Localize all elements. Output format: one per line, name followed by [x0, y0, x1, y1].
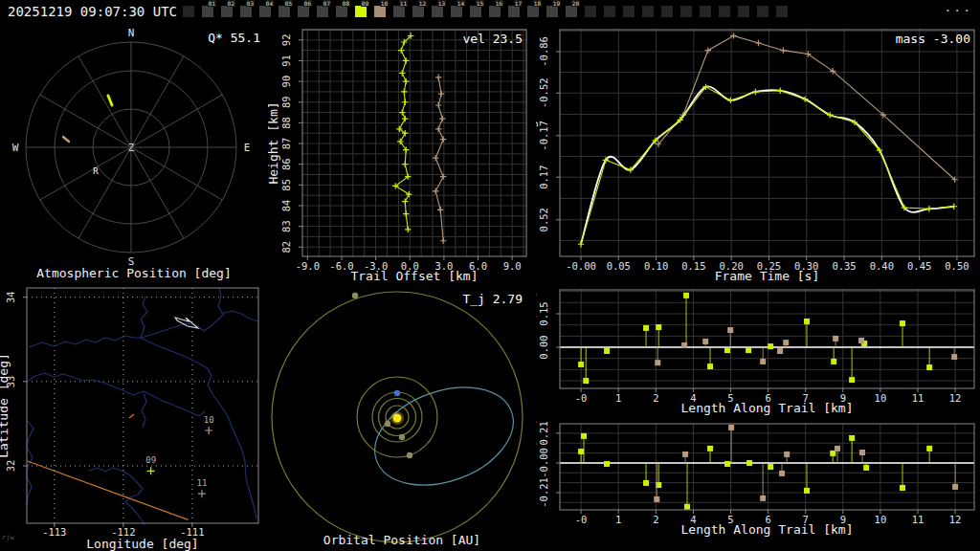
ground-track-line [27, 461, 189, 520]
frame-number: 09 [361, 0, 369, 7]
frame-box-blank[interactable] [718, 0, 737, 23]
frame-box-09[interactable]: 09 [354, 0, 373, 23]
plot-frame [560, 30, 974, 256]
frame-number: 14 [457, 0, 465, 7]
q-value: Q* 55.1 [208, 31, 260, 45]
frame-box-blank[interactable] [737, 0, 756, 23]
compass-north: N [128, 27, 135, 39]
light_curve-corner-value: mass -3.00 [896, 32, 970, 46]
light_curve-grid [560, 30, 974, 256]
frame-number: 15 [476, 0, 484, 7]
vert_residuals-series-station-09 [578, 433, 932, 510]
top-bar: 20251219 09:07:30 UTC 010203040506070809… [0, 0, 980, 23]
svg-text:-0.86: -0.86 [538, 36, 549, 67]
svg-text:0.45: 0.45 [907, 260, 931, 272]
frame-number: 19 [552, 0, 561, 7]
svg-text:10: 10 [875, 514, 887, 525]
frame-box-10[interactable]: 10 [373, 0, 392, 23]
ground-track-map-chart: 091011-113-112-111343332Longitude [deg]L… [0, 283, 268, 551]
frame-box-19[interactable]: 19 [546, 0, 565, 23]
meteor-streak-09 [108, 96, 112, 105]
frame-box-fill [680, 6, 692, 17]
y-axis-label: Absolute Magnitude [536, 76, 538, 210]
height-profile-chart: -9.0-6.0-3.00.03.06.09.09291908988878685… [268, 23, 536, 283]
frame-box-blank[interactable] [622, 0, 641, 23]
frame-box-01[interactable]: 01 [201, 0, 220, 23]
horizontal-residuals-chart: -012456791011120.150.00Length Along Trai… [536, 283, 980, 417]
svg-text:-9.0: -9.0 [296, 260, 320, 272]
vert_residuals-axis-labels: -012456791011120.21-0.00-0.21Length Alon… [536, 418, 961, 537]
frame-box-fill [470, 6, 481, 17]
x-axis-label: Longitude [deg] [86, 537, 198, 551]
svg-text:-113: -113 [42, 526, 66, 538]
height_profile-corner-value: vel 23.5 [462, 32, 523, 46]
x-axis-label: Trail Offset [km] [350, 269, 478, 283]
panel-title: Atmospheric Position [deg] [36, 266, 232, 280]
frame-box-03[interactable]: 03 [239, 0, 258, 23]
earth-marker [394, 390, 400, 396]
frame-box-blank[interactable] [584, 0, 603, 23]
svg-text:0.10: 0.10 [644, 260, 668, 272]
frame-number: 12 [418, 0, 427, 7]
light-curve-chart: -0.000.050.100.150.200.250.300.350.400.4… [536, 23, 980, 283]
atmospheric-position-panel: NSWEZRQ* 55.1Atmospheric Position [deg] [0, 23, 268, 283]
svg-text:9.0: 9.0 [503, 260, 522, 272]
svg-text:91: 91 [280, 55, 292, 67]
svg-text:90: 90 [280, 76, 292, 88]
frame-box-05[interactable]: 05 [278, 0, 297, 23]
frame-box-16[interactable]: 16 [488, 0, 507, 23]
frame-box-02[interactable]: 02 [220, 0, 239, 23]
frame-box-fill [202, 6, 213, 17]
frame-box-18[interactable]: 18 [526, 0, 546, 23]
frame-box-blank[interactable] [699, 0, 718, 23]
y-axis-label: Height [km] [268, 101, 280, 184]
station-09-marker: 09 [145, 455, 156, 474]
sun-marker [393, 414, 402, 423]
height-profile-panel: -9.0-6.0-3.00.03.06.09.09291908988878685… [268, 23, 536, 283]
frame-box-fill [298, 6, 309, 17]
frame-box-12[interactable]: 12 [412, 0, 431, 23]
compass-west: W [12, 142, 19, 154]
vert_residuals-grid [560, 424, 974, 510]
station-11-label: 11 [197, 478, 208, 488]
frame-box-fill [432, 6, 443, 17]
svg-text:0.05: 0.05 [607, 260, 631, 272]
frame-box-blank[interactable] [660, 0, 679, 23]
frame-box-08[interactable]: 08 [335, 0, 354, 23]
svg-text:-0.00: -0.00 [538, 448, 549, 478]
frame-box-fill [355, 6, 367, 17]
light_curve-series-fit [581, 86, 954, 244]
frame-box-20[interactable]: 20 [565, 0, 584, 23]
frame-box-fill [566, 6, 577, 17]
frame-number: 10 [380, 0, 389, 7]
frame-box-17[interactable]: 17 [507, 0, 526, 23]
svg-text:-0.00: -0.00 [566, 260, 596, 272]
overflow-menu[interactable]: ... [945, 0, 972, 14]
plot-frame [560, 424, 974, 510]
frame-box-14[interactable]: 14 [450, 0, 469, 23]
frame-box-06[interactable]: 06 [297, 0, 316, 23]
frame-box-15[interactable]: 15 [469, 0, 488, 23]
y-axis-label: Horz Res [km] [536, 291, 538, 388]
frame-number: 02 [227, 0, 235, 7]
frame-box-blank[interactable] [182, 0, 201, 23]
meteor-streak-10 [63, 137, 69, 142]
x-axis-label: Length Along Trail [km] [680, 522, 853, 537]
frame-box-blank[interactable] [641, 0, 660, 23]
svg-text:2: 2 [653, 514, 658, 525]
frame-box-07[interactable]: 07 [316, 0, 335, 23]
frame-box-13[interactable]: 13 [431, 0, 450, 23]
frame-box-fill [546, 6, 558, 17]
frame-box-blank[interactable] [679, 0, 699, 23]
frame-box-blank[interactable] [603, 0, 622, 23]
mars-marker [407, 452, 412, 458]
frame-box-blank[interactable] [775, 0, 794, 23]
station-10-label: 10 [204, 415, 214, 425]
frame-box-blank[interactable] [756, 0, 775, 23]
frame-box-fill [527, 6, 539, 17]
svg-text:0.50: 0.50 [945, 260, 969, 272]
frame-box-11[interactable]: 11 [392, 0, 412, 23]
frame-box-04[interactable]: 04 [258, 0, 278, 23]
orbital-position-panel: T_j 2.79Orbital Position [AU] [268, 283, 536, 551]
frame-number: 16 [495, 0, 503, 7]
